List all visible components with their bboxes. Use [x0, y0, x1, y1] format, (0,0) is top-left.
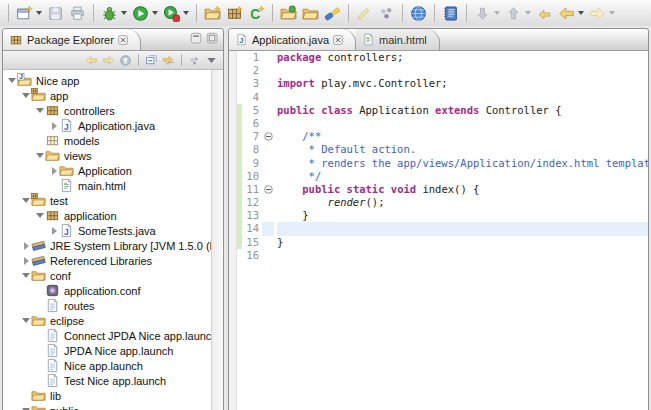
code-line[interactable]: }	[277, 236, 648, 249]
open-web-browser-button[interactable]	[408, 3, 429, 24]
code-line[interactable]: */	[277, 170, 648, 183]
tree-item[interactable]: Nice app.launch	[3, 358, 223, 373]
tree-item[interactable]: eclipse	[3, 313, 223, 328]
line-number[interactable]: 6	[237, 117, 262, 130]
open-console-button[interactable]	[440, 3, 461, 24]
code-line[interactable]: public class Application extends Control…	[277, 104, 648, 117]
debug-button[interactable]	[99, 3, 129, 24]
code-line[interactable]	[277, 64, 648, 77]
editor-tab-main-html[interactable]: main.html	[356, 29, 440, 50]
code-line[interactable]: }	[277, 209, 648, 222]
tree-item[interactable]: JRE System Library [JVM 1.5.0 (Mac	[3, 238, 223, 253]
run-dropdown-icon[interactable]	[152, 11, 158, 15]
new-java-class-button[interactable]: C	[246, 3, 267, 24]
tree-scrollbar[interactable]	[211, 70, 223, 410]
line-number[interactable]: 8	[237, 143, 262, 156]
expander-icon[interactable]	[21, 198, 31, 203]
back-history-button[interactable]	[556, 3, 586, 24]
run-external-tools-button[interactable]	[161, 3, 191, 24]
run-button[interactable]	[130, 3, 160, 24]
line-number[interactable]: 7	[237, 130, 262, 143]
new-java-package-button[interactable]	[224, 3, 245, 24]
debug-dropdown-icon[interactable]	[121, 11, 127, 15]
minimize-icon[interactable]	[190, 32, 203, 45]
line-number[interactable]: 4	[237, 91, 262, 104]
last-edit-location-button[interactable]	[534, 3, 555, 24]
line-number[interactable]: 13	[237, 209, 262, 222]
annotation-ruler[interactable]	[229, 51, 237, 410]
tree-item[interactable]: test	[3, 193, 223, 208]
code-line[interactable]: /**	[277, 130, 648, 143]
line-number[interactable]: 16	[237, 249, 262, 262]
tree-item[interactable]: JNice app	[3, 73, 223, 88]
tree-item[interactable]: public	[3, 403, 223, 410]
line-number[interactable]: 11	[237, 183, 262, 196]
code-line[interactable]: render();	[277, 196, 648, 209]
tree-item[interactable]: Referenced Libraries	[3, 253, 223, 268]
fold-marker[interactable]	[262, 130, 274, 143]
expander-icon[interactable]	[49, 122, 59, 130]
expander-icon[interactable]	[21, 318, 31, 323]
expander-icon[interactable]	[21, 93, 31, 98]
line-number[interactable]: 12	[237, 196, 262, 209]
tree-item[interactable]: Connect JPDA Nice app.launch	[3, 328, 223, 343]
line-number[interactable]: 15	[237, 236, 262, 249]
code-line[interactable]: * renders the app/views/Application/inde…	[277, 157, 648, 170]
code-line[interactable]	[277, 91, 648, 104]
expander-icon[interactable]	[21, 242, 31, 250]
line-number[interactable]: 5	[237, 104, 262, 117]
tree-item[interactable]: models	[3, 133, 223, 148]
tab-package-explorer[interactable]: Package Explorer	[3, 29, 141, 50]
code-line[interactable]: import play.mvc.Controller;	[277, 77, 648, 90]
expander-icon[interactable]	[35, 213, 45, 218]
expander-icon[interactable]	[49, 167, 59, 175]
tree-item[interactable]: lib	[3, 388, 223, 403]
search-button[interactable]	[322, 3, 343, 24]
new-wizard-dropdown-icon[interactable]	[36, 11, 42, 15]
line-number[interactable]: 3	[237, 77, 262, 90]
expander-icon[interactable]	[49, 227, 59, 235]
new-wizard-button[interactable]	[14, 3, 44, 24]
view-menu-button[interactable]	[204, 53, 219, 68]
code-line[interactable]	[277, 249, 648, 262]
expander-icon[interactable]	[21, 257, 31, 265]
tree-item[interactable]: Test Nice app.launch	[3, 373, 223, 388]
tree-item[interactable]: views	[3, 148, 223, 163]
code-text-area[interactable]: package controllers;import play.mvc.Cont…	[274, 51, 648, 410]
code-line[interactable]	[277, 117, 648, 130]
close-icon[interactable]	[333, 35, 343, 45]
line-number[interactable]: 10	[237, 170, 262, 183]
tree-item[interactable]: Application	[3, 163, 223, 178]
link-with-editor-button[interactable]	[161, 53, 176, 68]
tree-item[interactable]: controllers	[3, 103, 223, 118]
code-line[interactable]	[277, 222, 648, 235]
up-button[interactable]	[118, 53, 133, 68]
tree-item[interactable]: JApplication.java	[3, 118, 223, 133]
run-external-tools-dropdown-icon[interactable]	[183, 11, 189, 15]
line-number[interactable]: 2	[237, 64, 262, 77]
expander-icon[interactable]	[21, 273, 31, 278]
collapse-all-button[interactable]	[144, 53, 159, 68]
expander-icon[interactable]	[7, 78, 17, 83]
expander-icon[interactable]	[35, 153, 45, 158]
new-java-project-button[interactable]	[202, 3, 223, 24]
tree-item[interactable]: main.html	[3, 178, 223, 193]
fold-marker[interactable]	[262, 183, 274, 196]
tree-item[interactable]: application.conf	[3, 283, 223, 298]
open-plugin-artifact-button[interactable]	[278, 3, 299, 24]
expander-icon[interactable]	[35, 108, 45, 113]
tree-item[interactable]: JSomeTests.java	[3, 223, 223, 238]
line-number[interactable]: 1	[237, 51, 262, 64]
back-history-dropdown-icon[interactable]	[578, 11, 584, 15]
tree-item[interactable]: conf	[3, 268, 223, 283]
line-number[interactable]: 9	[237, 157, 262, 170]
code-line[interactable]: * Default action.	[277, 143, 648, 156]
tree-item[interactable]: routes	[3, 298, 223, 313]
line-number-ruler[interactable]: 12345678910111213141516	[237, 51, 262, 410]
tree-item[interactable]: app	[3, 88, 223, 103]
code-line[interactable]: public static void index() {	[277, 183, 648, 196]
open-resource-button[interactable]	[300, 3, 321, 24]
editor-tab-application-java[interactable]: JApplication.java	[229, 29, 356, 50]
close-icon[interactable]	[118, 35, 128, 45]
line-number[interactable]: 14	[237, 222, 262, 235]
